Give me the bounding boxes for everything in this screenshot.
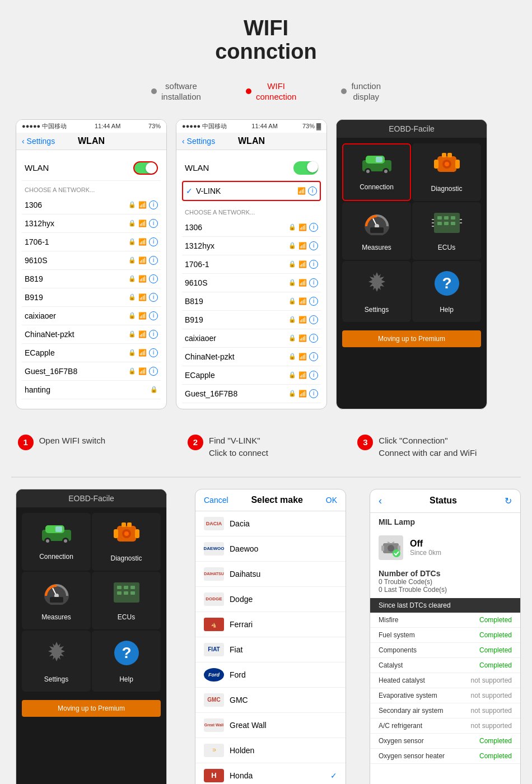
- p2-info-4[interactable]: i: [309, 278, 318, 287]
- p2-network-b919[interactable]: B919 🔒📶i: [182, 311, 321, 329]
- app-cell-connection-1[interactable]: Connection: [342, 143, 411, 201]
- p2-info-2[interactable]: i: [309, 241, 318, 250]
- network-guest[interactable]: Guest_16F7B8 🔒📶i: [22, 362, 161, 381]
- network-hanting[interactable]: hanting 🔒: [22, 381, 161, 399]
- great-wall-label: Great Wall: [230, 721, 267, 730]
- app-cell-help-1[interactable]: ? Help: [412, 261, 481, 322]
- make-ford[interactable]: Ford Ford: [195, 662, 346, 688]
- info-btn-9[interactable]: i: [149, 348, 158, 357]
- make-great-wall[interactable]: Great Wall Great Wall: [195, 713, 346, 738]
- svg-rect-43: [135, 529, 139, 538]
- make-honda[interactable]: H Honda ✓: [195, 763, 346, 784]
- info-btn-8[interactable]: i: [149, 330, 158, 339]
- dacia-label: Dacia: [230, 519, 250, 528]
- info-btn[interactable]: i: [149, 200, 158, 209]
- network-b819[interactable]: B819 🔒📶i: [22, 270, 161, 288]
- make-daewoo[interactable]: DAEWOO Daewoo: [195, 536, 346, 562]
- holden-logo: ⊃: [204, 744, 224, 757]
- app-cell-measures-2[interactable]: Measures: [22, 572, 91, 629]
- p2-info-8[interactable]: i: [309, 352, 318, 361]
- step-dot-3: [341, 88, 347, 94]
- make-fiat[interactable]: FIAT Fiat: [195, 637, 346, 662]
- network-b919[interactable]: B919 🔒📶i: [22, 288, 161, 307]
- p2-info-3[interactable]: i: [309, 260, 318, 269]
- network-caixiaoer[interactable]: caixiaoer 🔒📶i: [22, 307, 161, 325]
- car-connection-icon: [360, 153, 394, 180]
- info-btn-5[interactable]: i: [149, 274, 158, 283]
- svg-point-68: [388, 545, 394, 552]
- app-cell-diagnostic-2[interactable]: Diagnostic: [92, 513, 161, 571]
- svg-rect-56: [117, 591, 122, 595]
- p2-info-7[interactable]: i: [309, 334, 318, 343]
- make-dacia[interactable]: DACIA Dacia: [195, 511, 346, 536]
- p2-guest[interactable]: Guest_16F7B8 🔒📶i: [182, 385, 321, 403]
- app-cell-ecus-1[interactable]: ECUs: [412, 202, 481, 260]
- connection-label-2: Connection: [39, 553, 73, 561]
- ok-button[interactable]: OK: [326, 496, 337, 505]
- status-refresh-btn[interactable]: ↻: [505, 496, 512, 506]
- p2-info-10[interactable]: i: [309, 389, 318, 398]
- back-btn-1[interactable]: ‹ Settings: [22, 137, 55, 146]
- p2-network-caixiaoer[interactable]: caixiaoer 🔒📶i: [182, 329, 321, 348]
- status-row-heated-catalyst: Heated catalyst not supported: [370, 673, 520, 688]
- network-9610s[interactable]: 9610S 🔒📶i: [22, 251, 161, 270]
- p2-info-9[interactable]: i: [309, 371, 318, 380]
- app-cell-diagnostic-1[interactable]: Diagnostic: [412, 143, 481, 201]
- nav-step-1[interactable]: softwareinstallation: [151, 81, 201, 102]
- make-gmc[interactable]: GMC GMC: [195, 688, 346, 713]
- network-chinanet[interactable]: ChinaNet-pzkt 🔒📶i: [22, 325, 161, 344]
- make-holden[interactable]: ⊃ Holden: [195, 738, 346, 763]
- nav-step-3[interactable]: functiondisplay: [341, 81, 381, 102]
- app-cell-settings-2[interactable]: Settings: [22, 631, 91, 692]
- info-btn-2[interactable]: i: [149, 219, 158, 228]
- wifi-toggle-2[interactable]: [293, 161, 318, 175]
- info-btn-7[interactable]: i: [149, 311, 158, 320]
- wifi-toggle[interactable]: [133, 161, 158, 175]
- nav-step-2[interactable]: WIFIconnection: [246, 81, 297, 102]
- speedometer-icon-1: [362, 211, 392, 240]
- premium-btn-1[interactable]: Moving up to Premium: [342, 330, 481, 347]
- p2-ecapple[interactable]: ECapple 🔒📶i: [182, 366, 321, 385]
- app-cell-help-2[interactable]: ? Help: [92, 631, 161, 692]
- network-1306[interactable]: 1306 🔒 📶 i: [22, 196, 161, 214]
- ford-label: Ford: [230, 670, 246, 679]
- info-btn-6[interactable]: i: [149, 293, 158, 302]
- p2-info-6[interactable]: i: [309, 315, 318, 324]
- ac-label: A/C refrigerant: [379, 722, 422, 730]
- network-1706[interactable]: 1706-1 🔒📶i: [22, 233, 161, 251]
- app-cell-settings-1[interactable]: Settings: [342, 261, 411, 322]
- great-wall-logo: Great Wall: [204, 718, 224, 732]
- app-cell-ecus-2[interactable]: ECUs: [92, 572, 161, 629]
- app-cell-measures-1[interactable]: Measures: [342, 202, 411, 260]
- p2-network-b819[interactable]: B819 🔒📶i: [182, 292, 321, 311]
- checkmark-icon: ✓: [186, 186, 193, 195]
- premium-btn-2[interactable]: Moving up to Premium: [22, 700, 161, 717]
- svg-rect-17: [370, 227, 384, 233]
- back-btn-2[interactable]: ‹ Settings: [182, 137, 215, 146]
- svg-rect-55: [130, 586, 135, 589]
- make-ferrari[interactable]: 🐴 Ferrari: [195, 612, 346, 637]
- p2-network-1706[interactable]: 1706-1 🔒📶i: [182, 255, 321, 274]
- p2-info-1[interactable]: i: [309, 223, 318, 232]
- vlink-info-btn[interactable]: i: [308, 186, 317, 195]
- vlink-row[interactable]: ✓ V-LINK 📶 i: [182, 181, 321, 201]
- p2-network-9610[interactable]: 9610S 🔒📶i: [182, 274, 321, 292]
- p2-chinanet[interactable]: ChinaNet-pzkt 🔒📶i: [182, 348, 321, 366]
- svg-rect-23: [444, 222, 449, 225]
- p2-network-1306[interactable]: 1306 🔒📶i: [182, 218, 321, 237]
- info-btn-4[interactable]: i: [149, 256, 158, 265]
- p2-network-1312[interactable]: 1312hyx 🔒📶i: [182, 237, 321, 255]
- network-1312hyx[interactable]: 1312hyx 🔒📶i: [22, 214, 161, 233]
- info-btn-3[interactable]: i: [149, 237, 158, 246]
- status-back-btn[interactable]: ‹: [379, 495, 382, 507]
- svg-rect-20: [444, 216, 449, 220]
- svg-text:?: ?: [122, 644, 131, 661]
- info-btn-10[interactable]: i: [149, 367, 158, 376]
- cancel-button[interactable]: Cancel: [204, 496, 228, 505]
- app-cell-connection-2[interactable]: Connection: [22, 513, 91, 571]
- network-ecapple[interactable]: ECapple 🔒📶i: [22, 344, 161, 362]
- svg-rect-22: [437, 222, 442, 225]
- p2-info-5[interactable]: i: [309, 297, 318, 306]
- make-daihatsu[interactable]: DAIHATSU Daihatsu: [195, 562, 346, 587]
- make-dodge[interactable]: DODGE Dodge: [195, 587, 346, 612]
